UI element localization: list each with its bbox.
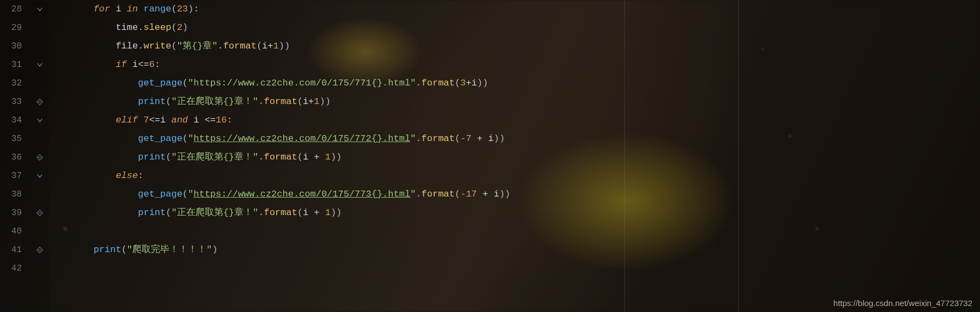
- code-line[interactable]: if i<=6:: [49, 56, 980, 74]
- line-number: 39: [0, 204, 22, 222]
- line-number: 40: [0, 222, 22, 241]
- code-token: )): [477, 78, 488, 88]
- code-area[interactable]: for i in range(23): time.sleep(2) file.w…: [49, 0, 980, 312]
- code-line[interactable]: get_page("https://www.cz2che.com/0/175/7…: [49, 130, 980, 148]
- code-token: :: [155, 59, 160, 70]
- code-token: "https://www.cz2che.com/0/175/771{}.html…: [188, 78, 416, 88]
- code-token: if: [115, 59, 126, 70]
- code-line[interactable]: elif 7<=i and i <=16:: [49, 111, 980, 130]
- fold-collapse-icon[interactable]: [36, 117, 44, 124]
- code-token: format: [422, 189, 455, 199]
- code-token: (: [166, 96, 171, 107]
- code-token: )): [331, 207, 342, 218]
- code-line[interactable]: print("正在爬取第{}章！".format(i+1)): [49, 93, 980, 111]
- code-token: :: [227, 115, 232, 125]
- fold-end-icon: [36, 246, 44, 254]
- code-token: (: [182, 133, 188, 144]
- code-token: 1: [273, 41, 279, 51]
- line-number: 33: [0, 93, 22, 111]
- code-token: time: [115, 22, 138, 33]
- code-line[interactable]: file.write("第{}章".format(i+1)): [49, 37, 980, 56]
- code-token: and: [171, 115, 188, 125]
- line-number: 28: [0, 0, 22, 19]
- line-number: 38: [0, 185, 22, 204]
- code-line[interactable]: print("正在爬取第{}章！".format(i + 1)): [49, 204, 980, 222]
- line-number: 37: [0, 167, 22, 185]
- code-line[interactable]: for i in range(23):: [49, 0, 980, 19]
- code-line[interactable]: print("正在爬取第{}章！".format(i + 1)): [49, 148, 980, 167]
- code-token: print: [138, 207, 166, 218]
- code-token: "正在爬取第{}章！": [171, 96, 258, 107]
- code-token: )): [499, 189, 510, 199]
- code-token: <=: [199, 115, 216, 125]
- line-number: 30: [0, 37, 22, 56]
- code-token: [138, 4, 143, 14]
- code-token: range: [143, 4, 171, 14]
- code-token: (: [455, 133, 460, 144]
- code-token: +: [477, 189, 494, 199]
- code-token: +: [466, 78, 471, 88]
- line-number: 35: [0, 130, 22, 148]
- code-token: <=: [138, 59, 149, 70]
- line-number: 42: [0, 259, 22, 278]
- code-token: for: [94, 4, 111, 14]
- code-token: )): [320, 96, 331, 107]
- line-number-gutter: 282930313233343536373839404142: [0, 0, 27, 312]
- code-token: 23: [177, 4, 188, 14]
- code-line[interactable]: [49, 222, 980, 241]
- code-line[interactable]: else:: [49, 167, 980, 185]
- code-token: (: [166, 152, 171, 162]
- code-line[interactable]: get_page("https://www.cz2che.com/0/175/7…: [49, 74, 980, 93]
- code-token: [110, 4, 115, 14]
- code-token: [188, 115, 193, 125]
- code-token: print: [138, 96, 166, 107]
- code-token: ": [188, 189, 193, 199]
- code-token: https://www.cz2che.com/0/175/773{}.html: [193, 189, 410, 199]
- code-token: write: [143, 41, 171, 51]
- vertical-guide: [624, 0, 625, 312]
- vertical-guide: [738, 0, 739, 312]
- fold-gutter-row: [27, 74, 49, 93]
- code-token: [166, 115, 171, 125]
- code-token: "爬取完毕！！！！": [127, 244, 212, 255]
- code-token: +: [471, 133, 488, 144]
- code-line[interactable]: time.sleep(2): [49, 19, 980, 37]
- watermark-text: https://blog.csdn.net/weixin_47723732: [833, 298, 972, 308]
- code-token: file: [115, 41, 138, 51]
- code-token: (: [297, 96, 303, 107]
- code-token: format: [422, 78, 455, 88]
- code-token: (: [171, 22, 176, 33]
- code-token: i: [488, 133, 494, 144]
- fold-end-icon: [36, 98, 44, 106]
- code-token: format: [264, 207, 297, 218]
- code-token: (: [121, 244, 127, 255]
- code-token: 16: [216, 115, 227, 125]
- code-token: elif: [115, 115, 138, 125]
- code-token: 7: [143, 115, 149, 125]
- code-token: in: [127, 4, 138, 14]
- fold-gutter-row: [27, 259, 49, 278]
- code-token: +: [267, 41, 273, 51]
- code-token: +: [308, 152, 325, 162]
- line-number: 41: [0, 241, 22, 259]
- code-token: (: [171, 4, 176, 14]
- code-line[interactable]: get_page("https://www.cz2che.com/0/175/7…: [49, 185, 980, 204]
- code-line[interactable]: print("爬取完毕！！！！"): [49, 241, 980, 259]
- fold-collapse-icon[interactable]: [36, 172, 44, 180]
- code-token: 6: [149, 59, 155, 70]
- code-line[interactable]: [49, 259, 980, 278]
- code-token: (: [455, 189, 460, 199]
- code-editor[interactable]: 282930313233343536373839404142 for i in …: [0, 0, 980, 312]
- code-token: i: [303, 152, 308, 162]
- code-token: ): [188, 4, 193, 14]
- code-token: format: [223, 41, 257, 51]
- code-token: i: [193, 115, 199, 125]
- fold-collapse-icon[interactable]: [36, 61, 44, 69]
- code-token: format: [264, 96, 297, 107]
- fold-collapse-icon[interactable]: [36, 5, 44, 13]
- fold-gutter-row: [27, 222, 49, 241]
- code-token: "第{}章": [177, 41, 218, 51]
- code-token: print: [138, 152, 166, 162]
- code-token: format: [264, 152, 297, 162]
- code-token: "正在爬取第{}章！": [171, 152, 258, 162]
